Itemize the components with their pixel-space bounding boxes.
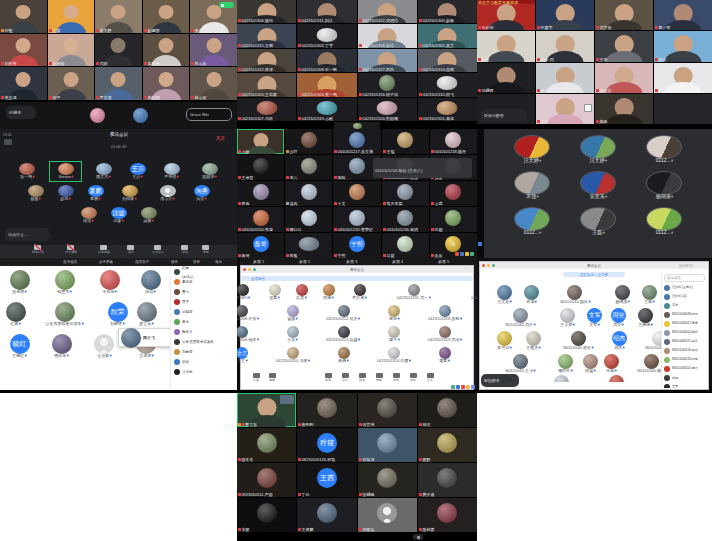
toolbar-mic[interactable]: 解除静音	[26, 245, 50, 259]
participant-tile[interactable]: 程益泽	[358, 428, 417, 462]
menu-item[interactable]: 共享屏幕	[99, 260, 113, 265]
participant-bubble[interactable]: 王小虎	[553, 308, 582, 328]
participant-bubble[interactable]: N0101040-蒋欣	[548, 331, 609, 351]
participant-tile[interactable]: 林小雨	[190, 67, 237, 100]
participant-bubble[interactable]: 傅小云	[153, 185, 182, 202]
participant-bubble[interactable]: 杨锦涛	[646, 171, 682, 200]
member-row[interactable]: 雷子	[171, 297, 237, 307]
participant-bubble[interactable]: 阿紫	[580, 354, 601, 374]
toolbar-members[interactable]: 管理成员	[146, 245, 170, 259]
participant-tile[interactable]: 张宴宇	[536, 0, 594, 30]
window-controls[interactable]: ⋯	[464, 268, 468, 272]
participant-bubble[interactable]: 0423101319-周游	[411, 326, 477, 343]
participant-tile[interactable]: 马晓晖	[477, 63, 535, 93]
participant-tile[interactable]: 0423101314-徐斌	[418, 49, 477, 72]
participant-tile[interactable]: 0410101510-韩雪	[237, 207, 284, 232]
member-row[interactable]: N0101040038-陈欣★	[662, 310, 707, 319]
member-row[interactable]: N0101040115-赵云	[662, 337, 707, 346]
participant-tile[interactable]: 程筱08230105126-程筱	[297, 428, 356, 462]
toolbar-聊天[interactable]: 聊天	[356, 373, 368, 387]
participant-bubble[interactable]: 0423101308-许安	[237, 305, 276, 322]
participant-tile[interactable]: 0423101302-丁宇	[297, 24, 356, 47]
participant-tile[interactable]: 小鹿	[430, 181, 477, 206]
participant-bubble[interactable]: 陶文杰	[89, 163, 118, 180]
participant-tile[interactable]: 吴春梅	[143, 34, 190, 67]
participant-bubble[interactable]: 0423101315-林霖	[454, 284, 477, 301]
participant-tile[interactable]: 李佳芸	[595, 63, 653, 93]
taskbar-app-icon[interactable]	[461, 385, 465, 389]
participant-tile[interactable]: 0423101318-孙浩	[358, 24, 417, 47]
participant-bubble[interactable]: 安宣东	[580, 171, 616, 200]
participant-bubble[interactable]: 企业家	[90, 334, 119, 359]
participant-tile[interactable]: 0423101324-彭雨晴	[358, 98, 417, 121]
participant-bubble[interactable]: 初夏	[264, 284, 285, 301]
participant-bubble[interactable]: 严伟明	[157, 163, 186, 180]
participant-tile[interactable]: 黄志强	[0, 67, 47, 100]
toolbar-表情[interactable]: 表情	[390, 373, 402, 387]
participant-bubble[interactable]: 王敏杰	[519, 331, 548, 351]
taskbar-app-icon[interactable]	[455, 252, 459, 256]
participant-tile[interactable]: 0410101217-乐文博	[333, 129, 380, 154]
member-row[interactable]: N0101040150-周洁	[662, 364, 707, 373]
participant-tile[interactable]: 李敏	[477, 31, 535, 61]
participant-tile[interactable]: 白杨	[430, 207, 477, 232]
participant-tile[interactable]: Alan·周	[536, 31, 594, 61]
participant-tile[interactable]: 清风	[285, 181, 332, 206]
participant-bubble[interactable]: N0101040-陈欣	[545, 285, 606, 305]
participant-bubble[interactable]: 梦之旅	[132, 302, 161, 327]
video-tile[interactable]: 曹卫东	[237, 393, 296, 427]
participant-tile[interactable]: 老八	[285, 155, 332, 180]
photo-avatar[interactable]	[554, 375, 569, 382]
toolbar-invite[interactable]: 邀请	[125, 245, 137, 259]
participant-bubble[interactable]: 晓红王晓红	[5, 334, 34, 359]
participant-bubble[interactable]: N0101040-周天	[490, 308, 551, 328]
participant-tile[interactable]: 曹天逸	[418, 463, 477, 497]
participant-tile[interactable]: 0423101319-小树	[297, 98, 356, 121]
participant-bubble[interactable]: 0423101312-何杰	[309, 305, 377, 322]
participant-tile[interactable]: 0410101218-陈丹	[430, 129, 477, 154]
participant-tile[interactable]: 沙坪	[285, 129, 332, 154]
participant-bubble[interactable]: 杨锦涛	[608, 285, 637, 305]
participant-bubble[interactable]: 阿橙	[318, 284, 339, 301]
audio-status-pill[interactable]: 听筒已静音	[481, 109, 527, 122]
taskbar-app-icon[interactable]	[465, 252, 469, 256]
participant-bubble[interactable]: 栗子	[384, 326, 405, 343]
participant-tile[interactable]: 周婷	[95, 34, 142, 67]
participant-tile[interactable]: 王茜丁莉	[297, 463, 356, 497]
participant-tile[interactable]: 0423101320-王嘉豪	[237, 73, 296, 96]
whiteboard-icon[interactable]	[584, 104, 592, 112]
participant-tile[interactable]: 郑小燕	[190, 34, 237, 67]
participant-bubble[interactable]: 李书记	[490, 331, 519, 351]
participant-tile[interactable]: 0423101303-黄一鸣	[297, 73, 356, 96]
participant-bubble[interactable]: 汪文婷	[580, 135, 616, 164]
participant-tile[interactable]: 夏一军	[654, 0, 712, 30]
member-row[interactable]: N0101040126-钱烈	[662, 346, 707, 355]
participant-bubble[interactable]: 焦糖	[333, 347, 354, 364]
member-row[interactable]: 黑马	[171, 287, 237, 297]
participant-tile[interactable]: 钱江红	[536, 63, 594, 93]
participant-tile[interactable]: 雅静	[418, 428, 477, 462]
workspace-label[interactable]: 桌面 3	[346, 258, 357, 264]
taskbar-app-icon[interactable]	[470, 252, 474, 256]
participant-tile[interactable]: 0423101305-吴昊	[418, 24, 477, 47]
maximize-icon[interactable]	[492, 264, 495, 267]
participant-tile[interactable]: 程家乐	[358, 498, 417, 532]
photo-avatar[interactable]	[90, 108, 105, 123]
participant-bubble[interactable]: 0423101318-苏航	[411, 305, 477, 322]
participant-bubble[interactable]: 云朵	[282, 326, 303, 343]
participant-bubble[interactable]: 欣荣刘晓荣	[103, 302, 132, 327]
participant-bubble[interactable]: 0423101311-周一	[380, 284, 448, 301]
chat-input[interactable]: 说点什么...	[5, 228, 50, 241]
participant-tile[interactable]: 0423101307-马跃	[237, 98, 296, 121]
participant-bubble[interactable]: 王磊	[639, 285, 660, 305]
participant-tile[interactable]: 高丽娟	[143, 67, 190, 100]
toolbar-更多[interactable]: 更多	[424, 373, 436, 387]
participant-tile[interactable]: 陈冬冬	[237, 428, 296, 462]
menu-item[interactable]: 退出	[215, 260, 222, 265]
participant-bubble[interactable]: 夜行者	[345, 284, 374, 301]
toolbar-share-screen[interactable]: 共享屏幕	[92, 245, 116, 259]
toolbar-视频[interactable]: 视频	[266, 373, 278, 387]
member-row[interactable]: N0101040021-李娜★	[662, 319, 707, 328]
toolbar-record[interactable]: 录制	[200, 245, 212, 259]
participant-tile[interactable]: 林杰	[418, 393, 477, 427]
